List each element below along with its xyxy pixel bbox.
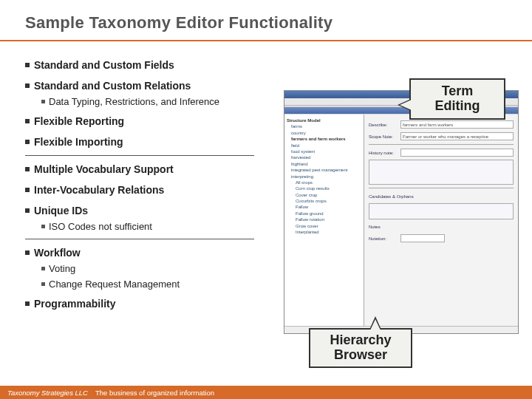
bullet-item: Flexible Importing xyxy=(25,135,276,149)
bullet-text: Standard and Custom Relations xyxy=(34,80,191,92)
bullet-item: Programmability xyxy=(25,297,276,311)
bullet-item: Unique IDs xyxy=(25,204,276,218)
bullet-text: Data Typing, Restrictions, and Inference xyxy=(49,96,219,107)
tree-item: country xyxy=(291,130,361,136)
tree-item: integrated pest management xyxy=(291,167,361,173)
bullet-text: Multiple Vocabulary Support xyxy=(34,163,174,175)
bullet-item: Inter-Vocabulary Relations xyxy=(25,183,276,197)
section-label: Notes xyxy=(369,225,381,229)
bullet-icon xyxy=(41,225,45,228)
callout-text: Editing xyxy=(435,98,480,113)
list-panel xyxy=(369,203,514,219)
text-input xyxy=(400,234,445,242)
bullet-icon xyxy=(25,83,30,88)
footer-tagline: The business of organized information xyxy=(95,389,214,397)
bullet-icon xyxy=(41,282,45,286)
bullet-text: Workflow xyxy=(34,247,81,259)
callout-term-editing: TermEditing xyxy=(409,78,505,120)
bullet-text: Flexible Importing xyxy=(34,136,123,148)
tree-item: farmers and farm workers xyxy=(291,136,361,142)
bullet-text: Unique IDs xyxy=(34,205,88,216)
field-label: Describe: xyxy=(369,123,398,127)
bullet-text: Change Request Management xyxy=(49,279,180,290)
bullet-icon xyxy=(25,119,30,123)
bullet-text: Flexible Reporting xyxy=(34,115,124,127)
tree-item: farms xyxy=(291,123,361,129)
bullet-text: Standard and Custom Fields xyxy=(34,59,174,71)
bullet-icon xyxy=(41,100,45,103)
tree-item: Grow cover xyxy=(296,223,361,229)
slide-title: Sample Taxonomy Editor Functionality xyxy=(0,0,532,37)
tree-item: harvested xyxy=(291,154,361,160)
bullet-icon xyxy=(25,250,30,255)
tree-header: Structure Model xyxy=(287,117,361,123)
hierarchy-tree: Structure Model farms country farmers an… xyxy=(284,115,364,326)
bullet-icon xyxy=(25,63,30,67)
tree-item: food system xyxy=(291,149,361,154)
text-input xyxy=(400,149,514,157)
title-underline xyxy=(0,40,532,41)
bullet-text: Voting xyxy=(49,263,75,274)
term-form: Describe:farmers and farm workers Scope … xyxy=(364,115,518,326)
callout-text: Browser xyxy=(334,347,387,362)
bullet-icon xyxy=(41,267,45,270)
tree-item: Corn crop results xyxy=(296,185,361,191)
tree-item: Fallow xyxy=(296,204,361,210)
bullet-item: Workflow xyxy=(25,246,276,260)
bullet-text: ISO Codes not sufficient xyxy=(49,221,152,232)
bullet-outline: Standard and Custom Fields Standard and … xyxy=(25,52,276,313)
bullet-icon xyxy=(25,188,30,192)
bullet-text: Programmability xyxy=(34,298,115,310)
bullet-item: Standard and Custom Fields xyxy=(25,58,276,72)
field-label: History note: xyxy=(369,151,398,155)
footer-company: Taxonomy Strategies LLC xyxy=(7,389,88,397)
callout-text: Term xyxy=(442,83,474,98)
tree-item: Cucurbits crops xyxy=(296,198,361,204)
section-label: Candidates & Orphans xyxy=(369,194,414,199)
screenshot-mock: Structure Model farms country farmers an… xyxy=(284,90,519,334)
field-label: Scope Note: xyxy=(369,134,398,139)
footer-bar: Taxonomy Strategies LLC The business of … xyxy=(0,386,532,399)
tree-item: highland xyxy=(291,161,361,167)
field-label: Notation: xyxy=(369,236,398,241)
textarea xyxy=(369,160,514,185)
bullet-icon xyxy=(25,301,30,306)
bullet-item: Flexible Reporting xyxy=(25,115,276,129)
bullet-item: Multiple Vocabulary Support xyxy=(25,163,276,177)
divider xyxy=(369,188,514,188)
text-input: Farmer or worker who manages a receptive xyxy=(400,132,514,140)
tree-item: Fallow ground xyxy=(296,211,361,216)
tree-item: interpreting xyxy=(291,174,361,180)
tree-item: Fallow rotation xyxy=(296,216,361,222)
bullet-text: Inter-Vocabulary Relations xyxy=(34,184,164,196)
callout-hierarchy-browser: HierarchyBrowser xyxy=(309,328,412,368)
bullet-icon xyxy=(25,167,30,171)
sub-bullet-item: Data Typing, Restrictions, and Inference xyxy=(41,95,276,109)
divider xyxy=(25,239,254,239)
divider xyxy=(369,144,514,145)
text-input: farmers and farm workers xyxy=(400,120,514,129)
bullet-icon xyxy=(25,208,30,213)
bullet-item: Standard and Custom Relations xyxy=(25,79,276,93)
tree-item: field xyxy=(291,143,361,149)
sub-bullet-item: Voting xyxy=(41,262,276,276)
tree-item: Cover crop xyxy=(296,192,361,198)
bullet-icon xyxy=(25,140,30,144)
callout-text: Hierarchy xyxy=(330,332,391,347)
tree-item: Interplanted xyxy=(296,229,361,235)
sub-bullet-item: Change Request Management xyxy=(41,278,276,291)
sub-bullet-item: ISO Codes not sufficient xyxy=(41,220,276,233)
divider xyxy=(25,155,254,156)
tree-item: All crops xyxy=(296,180,361,185)
